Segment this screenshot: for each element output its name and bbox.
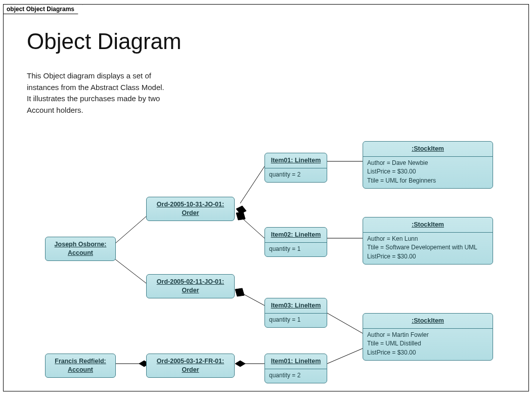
object-lineitem-2: Item02: LineItem quantity = 1 bbox=[264, 227, 327, 257]
diagram-canvas: Joseph Osborne: Account Francis Redfield… bbox=[4, 5, 528, 391]
object-header: Item01: LineItem bbox=[265, 354, 327, 369]
attr-row: Author = Dave Newbie bbox=[367, 159, 489, 167]
object-attrs: quantity = 2 bbox=[265, 168, 327, 182]
object-header: Item01: LineItem bbox=[265, 153, 327, 168]
object-stockitem-1: :StockItem Author = Dave Newbie ListPric… bbox=[363, 141, 493, 189]
object-header: Ord-2005-10-31-JO-01: Order bbox=[147, 197, 234, 221]
object-account-francis: Francis Redfield: Account bbox=[45, 354, 116, 378]
object-stockitem-3: :StockItem Author = Martin Fowler Ttile … bbox=[363, 313, 493, 361]
diagram-frame: object Object Diagrams Object Diagram Th… bbox=[3, 4, 529, 391]
attr-row: ListPrice = $30.00 bbox=[367, 252, 489, 261]
attr-row: ListPrice = $30.00 bbox=[367, 167, 489, 176]
object-attrs: Author = Dave Newbie ListPrice = $30.00 … bbox=[363, 157, 493, 188]
object-order-2: Ord-2005-02-11-JO-01: Order bbox=[146, 274, 235, 298]
attr-row: Author = Martin Fowler bbox=[367, 331, 489, 339]
object-header: :StockItem bbox=[363, 142, 493, 156]
object-header: :StockItem bbox=[363, 217, 493, 232]
object-attrs: Author = Ken Lunn Ttile = Software Devel… bbox=[363, 233, 493, 264]
object-attrs: quantity = 1 bbox=[265, 243, 327, 256]
object-order-1: Ord-2005-10-31-JO-01: Order bbox=[146, 197, 235, 221]
attr-row: Ttile = UML Distilled bbox=[367, 339, 489, 348]
object-header: Item02: LineItem bbox=[265, 228, 327, 242]
object-account-joseph: Joseph Osborne: Account bbox=[45, 237, 116, 261]
object-header: Item03: LineItem bbox=[265, 298, 327, 313]
object-attrs: Author = Martin Fowler Ttile = UML Disti… bbox=[363, 329, 493, 360]
attr-row: ListPrice = $30.00 bbox=[367, 348, 489, 357]
object-stockitem-2: :StockItem Author = Ken Lunn Ttile = Sof… bbox=[363, 217, 493, 265]
object-order-3: Ord-2005-03-12-FR-01: Order bbox=[146, 354, 235, 378]
object-lineitem-4: Item01: LineItem quantity = 2 bbox=[264, 354, 327, 383]
object-header: Joseph Osborne: Account bbox=[46, 237, 115, 260]
attr-row: Author = Ken Lunn bbox=[367, 235, 489, 243]
object-attrs: quantity = 2 bbox=[265, 369, 327, 383]
attr-row: Ttile = Software Developement with UML bbox=[367, 243, 489, 252]
object-lineitem-3: Item03: LineItem quantity = 1 bbox=[264, 298, 327, 328]
object-header: Ord-2005-03-12-FR-01: Order bbox=[147, 354, 234, 377]
object-header: :StockItem bbox=[363, 314, 493, 328]
object-lineitem-1: Item01: LineItem quantity = 2 bbox=[264, 153, 327, 183]
object-attrs: quantity = 1 bbox=[265, 314, 327, 327]
attr-row: Ttile = UML for Beginners bbox=[367, 177, 489, 185]
object-header: Ord-2005-02-11-JO-01: Order bbox=[147, 275, 234, 298]
object-header: Francis Redfield: Account bbox=[46, 354, 115, 377]
